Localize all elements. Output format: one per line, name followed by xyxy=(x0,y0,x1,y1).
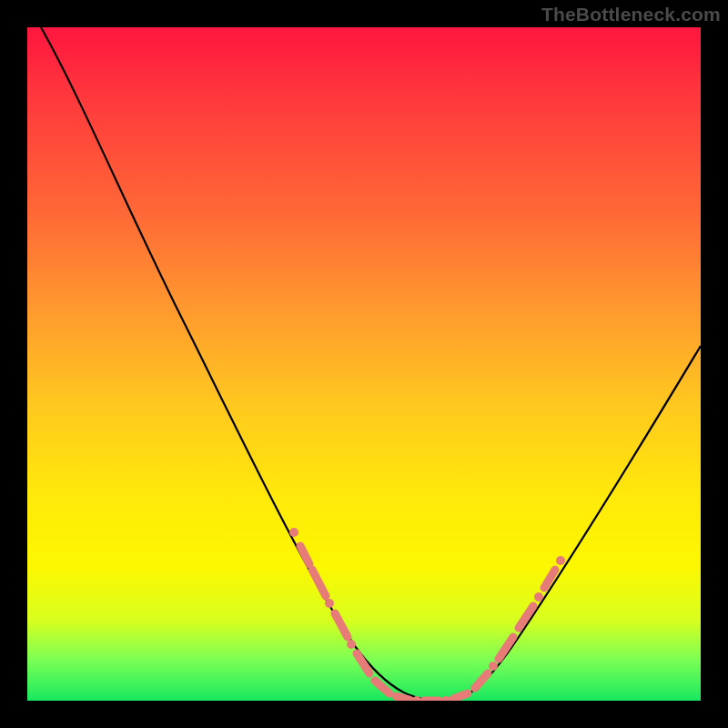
svg-point-9 xyxy=(412,696,421,701)
svg-line-4 xyxy=(335,613,348,637)
svg-line-16 xyxy=(519,606,533,628)
svg-line-7 xyxy=(375,681,389,693)
svg-point-17 xyxy=(534,592,543,602)
svg-line-1 xyxy=(300,546,309,564)
svg-point-5 xyxy=(347,640,356,649)
svg-line-2 xyxy=(312,570,326,596)
svg-point-3 xyxy=(325,599,334,608)
svg-line-12 xyxy=(453,693,468,699)
watermark-text: TheBottleneck.com xyxy=(541,4,721,25)
chart-frame: TheBottleneck.com xyxy=(0,0,728,728)
chart-plot-area xyxy=(27,27,701,701)
curve-layer xyxy=(27,27,701,701)
bottleneck-curve xyxy=(41,27,701,701)
svg-line-15 xyxy=(499,637,513,659)
marker-band xyxy=(289,528,565,701)
svg-line-13 xyxy=(475,673,488,688)
svg-line-6 xyxy=(357,653,369,673)
svg-point-0 xyxy=(289,528,298,537)
svg-line-8 xyxy=(396,696,410,700)
svg-point-19 xyxy=(556,556,565,565)
svg-point-14 xyxy=(489,662,498,671)
svg-point-11 xyxy=(441,696,450,701)
svg-line-18 xyxy=(544,570,555,588)
